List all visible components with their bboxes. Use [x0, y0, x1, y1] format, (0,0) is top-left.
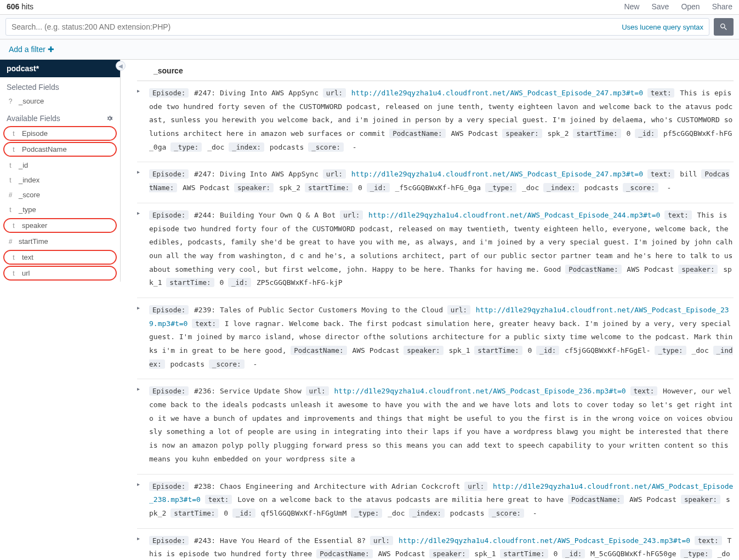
field-key-chip: _id: — [367, 183, 390, 192]
field-item-speaker[interactable]: tspeaker — [3, 218, 117, 233]
gear-icon[interactable] — [106, 115, 113, 122]
new-button[interactable]: New — [624, 2, 639, 11]
field-item-_id[interactable]: t_id — [0, 158, 120, 173]
field-key-chip: speaker: — [234, 183, 274, 192]
field-key-chip: _type: — [485, 183, 516, 192]
save-button[interactable]: Save — [651, 2, 669, 11]
field-type-icon: t — [10, 254, 18, 261]
field-value: _doc — [691, 346, 708, 355]
field-key-chip: speaker: — [403, 346, 443, 355]
document-body: Episode: #247: Diving Into AWS AppSync u… — [149, 87, 734, 154]
open-button[interactable]: Open — [681, 2, 700, 11]
document-body: Episode: #239: Tales of Public Sector Cu… — [149, 304, 734, 371]
field-key-chip: Episode: — [149, 210, 189, 220]
field-value: 0 — [224, 509, 228, 517]
field-value: bill — [680, 170, 697, 178]
collapse-sidebar-button[interactable]: ◀ — [116, 61, 126, 71]
field-type-icon: # — [7, 191, 14, 199]
field-item-text[interactable]: ttext — [3, 250, 117, 265]
field-key-chip: _score: — [209, 359, 245, 369]
field-item-_type[interactable]: t_type — [0, 202, 120, 217]
selected-fields-label: Selected Fields — [0, 77, 120, 94]
field-value: - — [533, 509, 537, 517]
expand-doc-button[interactable]: ▸ — [137, 385, 144, 466]
field-item-Episode[interactable]: tEpisode — [3, 126, 117, 141]
document-body: Episode: #238: Chaos Engineering and Arc… — [149, 480, 734, 521]
field-value: cf5jGGQBWxKf-hFGgEl- — [565, 346, 651, 355]
add-filter-button[interactable]: Add a filter ✚ — [9, 45, 54, 54]
field-key-chip: text: — [647, 88, 675, 98]
field-name-label: _type — [19, 205, 36, 214]
field-value: qf5lGGQBWxKf-hFGgUmM — [261, 509, 347, 517]
field-key-chip: _id: — [562, 549, 585, 558]
field-item-PodcastName[interactable]: tPodcastName — [3, 142, 117, 157]
field-value: AWS Podcast — [451, 129, 498, 138]
field-key-chip: _type: — [351, 508, 382, 518]
field-key-chip: startTime: — [305, 183, 353, 192]
field-value: 0 — [358, 184, 362, 192]
lucene-hint-link[interactable]: Uses lucene query syntax — [622, 23, 703, 31]
field-key-chip: text: — [630, 386, 658, 396]
field-value-link[interactable]: http://d1le29qyzha1u4.cloudfront.net/AWS… — [351, 89, 643, 97]
field-key-chip: Episode: — [149, 536, 189, 545]
field-key-chip: text: — [192, 319, 219, 328]
field-type-icon: ? — [7, 98, 14, 105]
field-key-chip: url: — [370, 536, 393, 545]
field-value: 0 — [219, 278, 224, 287]
field-key-chip: startTime: — [170, 508, 218, 518]
top-bar: 606 hits New Save Open Share — [0, 0, 739, 15]
expand-doc-button[interactable]: ▸ — [137, 209, 144, 290]
field-value: _f5cGGQBWxKf-hFG_0ga — [395, 184, 481, 192]
available-fields-label: Available Fields — [0, 108, 120, 125]
search-icon — [719, 22, 728, 31]
field-item-_source[interactable]: ?_source — [0, 94, 120, 108]
search-input[interactable] — [12, 22, 617, 31]
field-key-chip: speaker: — [681, 495, 720, 504]
field-item-startTime[interactable]: #startTime — [0, 234, 120, 249]
field-key-chip: speaker: — [429, 549, 469, 558]
field-item-_score[interactable]: #_score — [0, 187, 120, 202]
search-button[interactable] — [714, 18, 734, 36]
chevron-left-icon: ◀ — [118, 63, 123, 69]
field-item-_index[interactable]: t_index — [0, 173, 120, 187]
field-key-chip: _index: — [409, 508, 445, 518]
column-header-source[interactable]: _source — [137, 60, 734, 81]
field-value: _doc — [388, 509, 405, 517]
hits-label: hits — [21, 2, 33, 11]
field-key-chip: text: — [205, 495, 232, 504]
field-key-chip: Episode: — [149, 482, 189, 491]
field-value-link[interactable]: http://d1le29qyzha1u4.cloudfront.net/AWS… — [368, 211, 660, 219]
field-value: spk_2 — [547, 129, 569, 138]
plus-icon: ✚ — [48, 45, 54, 54]
field-key-chip: url: — [447, 305, 470, 315]
expand-doc-button[interactable]: ▸ — [137, 480, 144, 521]
field-value: ZP5cGGQBWxKf-hFG-kjP — [257, 278, 343, 287]
expand-doc-button[interactable]: ▸ — [137, 87, 144, 154]
expand-doc-button[interactable]: ▸ — [137, 304, 144, 371]
field-key-chip: _index: — [543, 183, 579, 192]
field-value-link[interactable]: http://d1le29qyzha1u4.cloudfront.net/AWS… — [399, 536, 690, 545]
field-key-chip: Episode: — [149, 88, 189, 98]
field-value: Love on a welcome back to the atavus pod… — [237, 495, 564, 504]
field-type-icon: # — [7, 238, 14, 245]
expand-doc-button[interactable]: ▸ — [137, 534, 144, 560]
field-key-chip: text: — [664, 210, 692, 220]
field-value: - — [353, 143, 357, 151]
field-value: 0 — [626, 129, 630, 138]
field-item-url[interactable]: turl — [3, 266, 117, 281]
field-value: podcasts — [170, 360, 204, 368]
index-pattern-selector[interactable]: podcast* — [0, 60, 120, 77]
filter-row: Add a filter ✚ — [0, 39, 739, 60]
field-key-chip: speaker: — [678, 265, 718, 274]
share-button[interactable]: Share — [712, 2, 732, 11]
field-value: _doc — [522, 184, 539, 192]
field-value-link[interactable]: http://d1le29qyzha1u4.cloudfront.net/AWS… — [334, 387, 626, 395]
field-name-label: url — [22, 269, 30, 277]
field-key-chip: _score: — [623, 183, 658, 192]
field-value-link[interactable]: http://d1le29qyzha1u4.cloudfront.net/AWS… — [351, 170, 643, 178]
field-type-icon: t — [10, 130, 18, 138]
field-key-chip: PodcastName: — [316, 549, 372, 558]
expand-doc-button[interactable]: ▸ — [137, 168, 144, 195]
field-name-label: _source — [19, 97, 44, 105]
fields-sidebar: ◀ podcast* Selected Fields ?_source Avai… — [0, 60, 121, 282]
